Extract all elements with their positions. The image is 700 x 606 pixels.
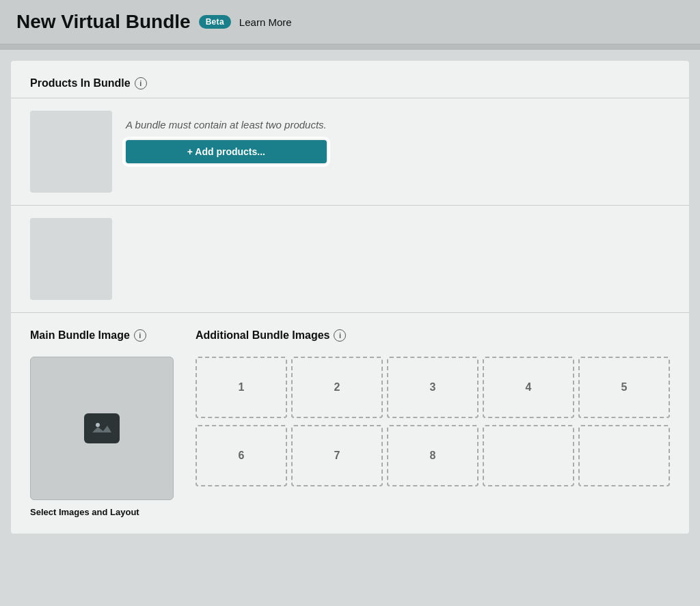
select-images-label: Select Images and Layout [30,507,174,517]
image-slot-6[interactable]: 6 [196,425,287,486]
products-section-title: Products In Bundle [30,77,131,89]
product-row-1: A bundle must contain at least two produ… [30,98,670,205]
product-info-1: A bundle must contain at least two produ… [126,111,327,163]
additional-images-grid-top: 1 2 3 4 5 [196,357,670,418]
bottom-section: Main Bundle Image i Select Images and La… [30,327,670,517]
main-image-section: Main Bundle Image i Select Images and La… [30,329,174,517]
additional-images-title: Additional Bundle Images [196,329,329,342]
image-slot-3[interactable]: 3 [387,357,479,418]
page-title: New Virtual Bundle [16,11,191,33]
separator-bar [0,44,700,50]
main-image-info-icon[interactable]: i [134,329,146,342]
image-slot-7[interactable]: 7 [291,425,383,486]
additional-images-header: Additional Bundle Images i [196,329,670,342]
product-thumbnail-2 [30,218,112,300]
product-thumbnail-1 [30,111,112,193]
additional-images-info-icon[interactable]: i [334,329,346,342]
main-image-title: Main Bundle Image [30,329,130,342]
image-icon [84,413,120,443]
image-slot-2[interactable]: 2 [291,357,383,418]
additional-images-grid-bottom: 6 7 8 [196,425,670,486]
bundle-hint-text: A bundle must contain at least two produ… [126,119,327,130]
page-header: New Virtual Bundle Beta Learn More [0,0,700,44]
image-slot-9[interactable] [483,425,574,486]
image-slot-5[interactable]: 5 [578,357,670,418]
image-svg [91,419,113,438]
main-content: Products In Bundle i A bundle must conta… [11,61,689,534]
product-row-2 [30,206,670,312]
learn-more-link[interactable]: Learn More [239,16,292,28]
svg-point-1 [96,423,100,427]
additional-images-section: Additional Bundle Images i 1 2 3 4 5 6 7… [196,329,670,517]
beta-badge: Beta [199,15,231,29]
add-products-button[interactable]: + Add products... [126,140,327,163]
products-section-header: Products In Bundle i [30,77,670,89]
main-image-section-header: Main Bundle Image i [30,329,174,342]
image-slot-10[interactable] [578,425,670,486]
image-slot-4[interactable]: 4 [483,357,574,418]
main-image-placeholder[interactable] [30,357,174,500]
products-info-icon[interactable]: i [135,77,147,89]
image-slot-8[interactable]: 8 [387,425,479,486]
svg-rect-0 [91,419,113,435]
image-slot-1[interactable]: 1 [196,357,287,418]
divider-3 [11,312,689,313]
